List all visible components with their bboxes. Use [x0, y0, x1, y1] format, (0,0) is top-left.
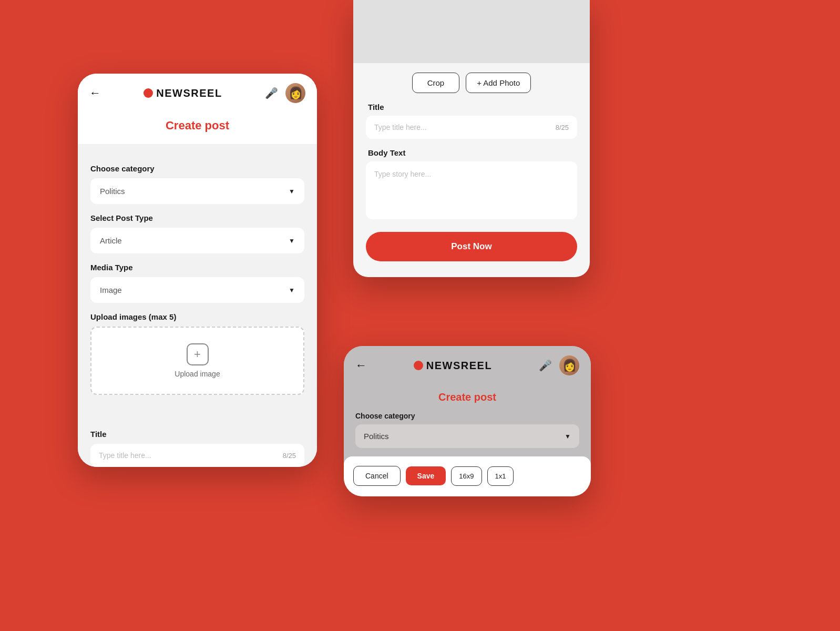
bottom-category-arrow-icon: ▼	[565, 433, 571, 440]
left-phone: ← NEWSREEL 🎤 👩 Create post Choose catego…	[78, 74, 317, 467]
bottom-category-dropdown[interactable]: Politics ▼	[355, 424, 579, 448]
card-title-placeholder: Type title here...	[374, 123, 427, 131]
category-dropdown-arrow-icon: ▼	[289, 188, 295, 195]
back-icon[interactable]: ←	[89, 86, 101, 100]
media-type-dropdown[interactable]: Image ▼	[90, 277, 304, 303]
category-value: Politics	[100, 187, 125, 196]
create-post-title: Create post	[78, 110, 317, 133]
bottom-choose-category-label: Choose category	[355, 412, 579, 420]
title-section: Title Type title here... 8/25	[78, 411, 317, 467]
bottom-mic-icon[interactable]: 🎤	[539, 359, 552, 372]
bottom-form-body: Create post Choose category Politics ▼	[344, 383, 591, 448]
logo-dot-icon	[144, 88, 153, 98]
bottom-logo: NEWSREEL	[414, 360, 492, 372]
save-button[interactable]: Save	[406, 466, 446, 485]
card-title-char-count: 8/25	[556, 124, 569, 131]
ratio-16x9-button[interactable]: 16x9	[451, 466, 482, 486]
body-text-input[interactable]: Type story here...	[366, 161, 577, 219]
left-phone-form-body: Choose category Politics ▼ Select Post T…	[78, 144, 317, 411]
bottom-back-icon[interactable]: ←	[355, 359, 367, 372]
post-type-value: Article	[100, 236, 122, 245]
mic-icon[interactable]: 🎤	[265, 87, 278, 99]
upload-plus-icon: +	[187, 343, 209, 365]
media-type-dropdown-arrow-icon: ▼	[289, 287, 295, 294]
upload-label: Upload images (max 5)	[90, 312, 304, 321]
bottom-right-phone: ← NEWSREEL 🎤 👩 Create post Choose catego…	[344, 346, 591, 496]
logo-text: NEWSREEL	[156, 87, 222, 99]
bottom-logo-text: NEWSREEL	[426, 360, 492, 372]
bottom-phone-header: ← NEWSREEL 🎤 👩	[344, 346, 591, 383]
top-right-card: Crop + Add Photo Title Type title here..…	[353, 0, 590, 277]
cancel-button[interactable]: Cancel	[353, 466, 401, 486]
bottom-action-bar: Cancel Save 16x9 1x1	[344, 456, 591, 496]
title-placeholder: Type title here...	[99, 451, 151, 460]
add-photo-button[interactable]: + Add Photo	[466, 73, 531, 93]
bottom-avatar[interactable]: 👩	[559, 355, 579, 375]
body-text-label: Body Text	[353, 139, 590, 161]
crop-actions: Crop + Add Photo	[353, 63, 590, 93]
body-text-placeholder: Type story here...	[374, 170, 431, 178]
title-label: Title	[90, 430, 304, 439]
ratio-1x1-button[interactable]: 1x1	[487, 466, 514, 486]
post-type-label: Select Post Type	[90, 213, 304, 222]
category-dropdown[interactable]: Politics ▼	[90, 178, 304, 204]
crop-button[interactable]: Crop	[412, 73, 460, 93]
upload-text: Upload image	[175, 370, 220, 378]
post-now-button[interactable]: Post Now	[366, 232, 577, 261]
avatar[interactable]: 👩	[285, 83, 305, 103]
image-preview	[353, 0, 590, 63]
card-title-label: Title	[353, 93, 590, 116]
choose-category-label: Choose category	[90, 164, 304, 173]
media-type-label: Media Type	[90, 263, 304, 272]
bottom-logo-dot-icon	[414, 361, 423, 370]
bottom-category-value: Politics	[364, 432, 389, 441]
media-type-value: Image	[100, 286, 122, 294]
left-phone-header: ← NEWSREEL 🎤 👩	[78, 74, 317, 110]
bottom-create-post-title: Create post	[355, 391, 579, 403]
logo: NEWSREEL	[144, 87, 222, 99]
post-type-dropdown-arrow-icon: ▼	[289, 237, 295, 245]
post-type-dropdown[interactable]: Article ▼	[90, 228, 304, 253]
title-input[interactable]: Type title here... 8/25	[90, 444, 304, 467]
card-title-input[interactable]: Type title here... 8/25	[366, 116, 577, 139]
title-char-count: 8/25	[283, 452, 296, 460]
upload-area[interactable]: + Upload image	[90, 327, 304, 395]
